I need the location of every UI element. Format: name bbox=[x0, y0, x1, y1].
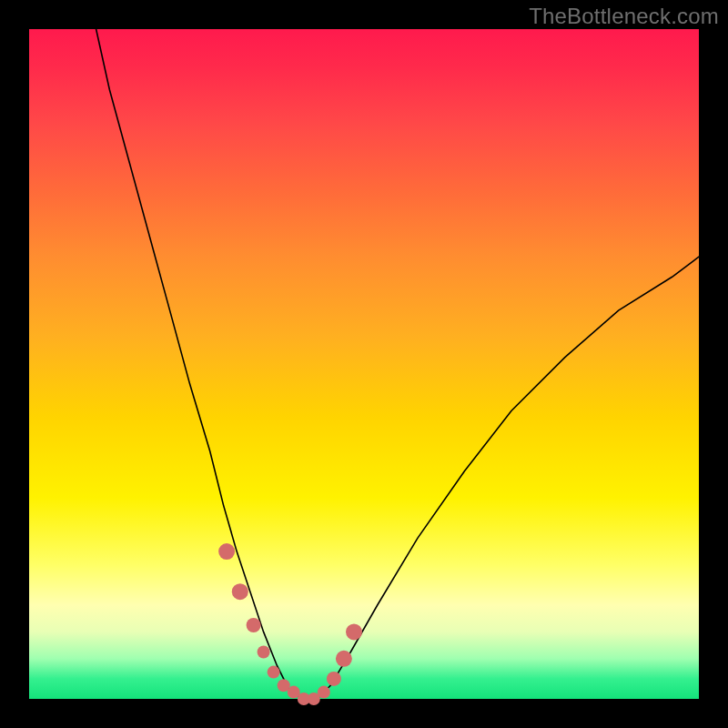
marker-dot bbox=[218, 543, 235, 560]
marker-dot bbox=[318, 686, 330, 699]
highlighted-markers bbox=[218, 543, 362, 705]
chart-stage: TheBottleneck.com bbox=[0, 0, 728, 728]
marker-dot bbox=[346, 623, 362, 640]
marker-dot bbox=[232, 583, 248, 600]
marker-dot bbox=[247, 618, 261, 632]
watermark-text: TheBottleneck.com bbox=[529, 4, 719, 29]
bottleneck-curve bbox=[96, 29, 699, 699]
marker-dot bbox=[268, 666, 280, 679]
marker-dot bbox=[327, 672, 341, 686]
curve-svg bbox=[29, 29, 699, 699]
marker-dot bbox=[258, 646, 270, 659]
marker-dot bbox=[336, 651, 352, 667]
plot-area bbox=[29, 29, 699, 699]
